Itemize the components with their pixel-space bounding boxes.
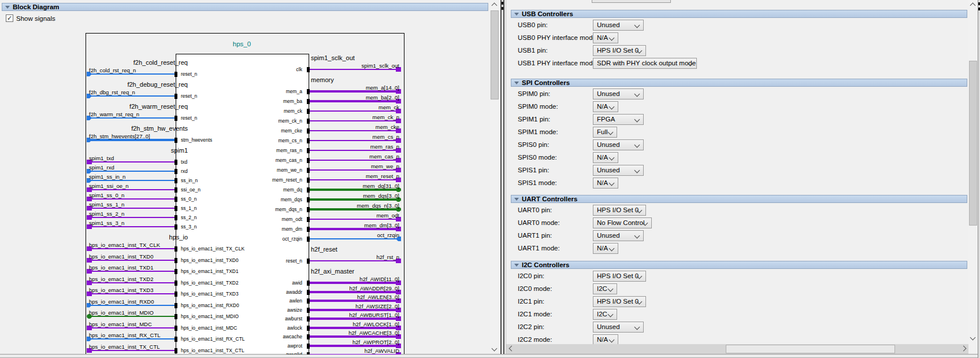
usb0-phy-interface-mode-label: USB0 PHY interface mode: — [518, 34, 598, 41]
spim0-pin-select[interactable]: Unused — [593, 88, 644, 99]
signal-label: mem_a[14..0] — [366, 84, 399, 91]
port-label: mem_dqs_n — [275, 206, 302, 212]
spis0-mode-select[interactable]: N/A — [593, 152, 618, 163]
usb0-phy-interface-mode-value: N/A — [597, 34, 608, 41]
block-diagram-section-header[interactable]: Block Diagram — [2, 3, 488, 11]
signal-label: hps_io_emac1_inst_MDIO — [89, 309, 154, 316]
interface-label: hps_io — [169, 234, 188, 241]
uart1-mode-select[interactable]: N/A — [593, 243, 618, 254]
i2c2-mode-label: I2C2 mode: — [518, 336, 552, 343]
panel-splitter[interactable] — [500, 0, 504, 358]
spim0-pin-label: SPIM0 pin: — [518, 90, 550, 97]
uart0-mode-select[interactable]: No Flow Control — [593, 217, 652, 228]
port-label: hps_io_emac1_inst_TX_CLK — [181, 246, 244, 252]
spis1-pin-select[interactable]: Unused — [593, 165, 644, 176]
spis1-mode-select[interactable]: N/A — [593, 178, 618, 189]
hps-block-title: hps_0 — [176, 40, 308, 47]
i2c0-mode-select[interactable]: I2C — [593, 283, 617, 294]
port-label: ss_3_n — [181, 224, 196, 230]
port-tick — [175, 326, 177, 331]
signal-label: mem_dqs[3..0] — [363, 193, 399, 199]
usb1-phy-interface-mode-select[interactable]: SDR with PHY clock output mode — [593, 58, 697, 69]
usb1-pin-select[interactable]: HPS I/O Set 0 — [593, 45, 646, 56]
i2c2-pin-value: Unused — [597, 323, 620, 330]
i2c2-pin-select[interactable]: Unused — [593, 322, 644, 333]
port-tick — [307, 158, 310, 163]
window-edge-splitter[interactable] — [978, 0, 980, 358]
scrollbar-thumb[interactable] — [969, 61, 977, 226]
port-label: hps_io_emac1_inst_TXD3 — [181, 291, 239, 297]
spim1-mode-select[interactable]: Full — [593, 127, 617, 138]
port-tick — [307, 316, 310, 322]
i2c2-mode-value: N/A — [597, 336, 608, 343]
port-tick — [307, 187, 310, 193]
port-tick — [175, 269, 177, 274]
i2c1-pin-value: HPS I/O Set 0 — [597, 298, 639, 305]
interface-label: f2h_stm_hw_events — [131, 125, 188, 132]
i2c-controllers-section-header[interactable]: I2C Controllers — [511, 261, 967, 269]
signal-line — [87, 217, 176, 218]
signal-line — [87, 73, 176, 75]
signal-label: mem_dm[3..0] — [364, 222, 399, 228]
scrollbar-thumb[interactable] — [491, 10, 499, 99]
signal-line — [87, 189, 176, 190]
port-label: mem_ras_n — [276, 147, 302, 153]
interface-label: f2h_cold_reset_req — [133, 59, 188, 66]
scroll-down-button[interactable] — [490, 345, 499, 354]
port-label: rxd — [181, 168, 188, 174]
signal-line — [309, 260, 401, 261]
scrollbar-thumb[interactable] — [726, 345, 895, 353]
spis0-pin-select[interactable]: Unused — [593, 139, 644, 150]
signal-line — [309, 238, 401, 239]
spim0-pin-row: SPIM0 pin:Unused — [506, 88, 963, 100]
interface-label: h2f_axi_master — [311, 268, 354, 275]
uart-controllers-section-header[interactable]: UART Controllers — [511, 195, 967, 203]
parameters-panel: USB ControllersUSB0 pin:UnusedUSB0 PHY i… — [506, 0, 968, 354]
usb0-pin-select[interactable]: Unused — [593, 20, 644, 31]
i2c1-pin-select[interactable]: HPS I/O Set 0 — [593, 296, 646, 307]
usb1-phy-interface-mode-row: USB1 PHY interface mode:SDR with PHY clo… — [506, 58, 963, 69]
port-label: mem_odt — [282, 216, 302, 222]
port-label: mem_reset_n — [272, 177, 302, 183]
parameters-horizontal-scrollbar[interactable] — [506, 344, 968, 354]
port-label: oct_rzqin — [283, 236, 303, 242]
spim1-pin-row: SPIM1 pin:FPGA — [506, 114, 963, 126]
scroll-down-button[interactable] — [968, 334, 978, 343]
port-label: ss_1_n — [181, 205, 196, 211]
scroll-up-button[interactable] — [968, 0, 978, 9]
signal-label: h2f_AWVALID — [365, 348, 399, 354]
port-label: ss_2_n — [181, 215, 196, 220]
spis1-pin-label: SPIS1 pin: — [518, 167, 549, 174]
spim1-pin-select[interactable]: FPGA — [593, 114, 644, 125]
spim0-mode-row: SPIM0 mode:N/A — [506, 101, 963, 113]
chevron-up-icon — [492, 3, 498, 9]
show-signals-checkbox[interactable]: ✓ — [6, 14, 13, 22]
parameters-vertical-scrollbar[interactable] — [968, 0, 978, 354]
usb1-pin-row: USB1 pin:HPS I/O Set 0 — [506, 45, 963, 57]
i2c1-mode-select[interactable]: I2C — [593, 309, 617, 320]
spi-controllers-section-header[interactable]: SPI Controllers — [511, 79, 967, 87]
signal-label: spim1_ss_0_n — [89, 192, 124, 198]
usb0-phy-interface-mode-select[interactable]: N/A — [593, 32, 618, 43]
uart0-pin-select[interactable]: HPS I/O Set 0 — [593, 205, 646, 216]
port-tick — [307, 217, 310, 222]
scroll-left-button[interactable] — [506, 344, 515, 353]
scroll-up-button[interactable] — [490, 0, 499, 9]
i2c0-pin-select[interactable]: HPS I/O Set 0 — [593, 271, 646, 282]
block-diagram-vertical-scrollbar[interactable] — [490, 0, 499, 354]
spis1-pin-row: SPIS1 pin:Unused — [506, 165, 963, 176]
port-tick — [175, 169, 177, 174]
spim0-mode-select[interactable]: N/A — [593, 101, 618, 112]
partial-dropdown[interactable] — [592, 0, 671, 3]
i2c0-mode-value: I2C — [597, 285, 607, 292]
usb-controllers-section-header[interactable]: USB Controllers — [511, 10, 967, 18]
usb0-pin-value: Unused — [597, 21, 620, 28]
uart1-pin-select[interactable]: Unused — [593, 230, 644, 241]
chevron-down-icon — [634, 324, 640, 330]
uart1-pin-label: UART1 pin: — [518, 232, 552, 239]
port-tick — [175, 258, 177, 263]
scroll-right-button[interactable] — [960, 344, 968, 353]
signal-line — [87, 260, 176, 261]
show-signals-label: Show signals — [16, 15, 55, 22]
signal-line — [87, 327, 176, 329]
